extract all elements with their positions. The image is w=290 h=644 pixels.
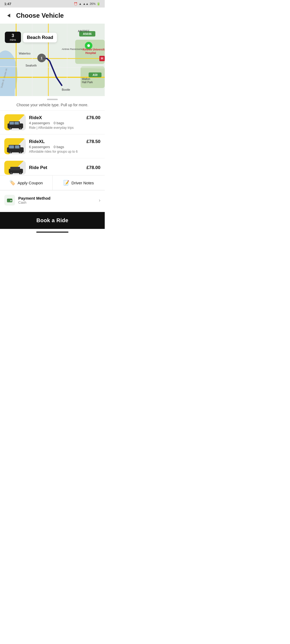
svg-rect-42 [9, 145, 14, 148]
ridexl-price: £78.50 [86, 139, 100, 144]
ridexl-details: RideXL £78.50 6 passengers 0 bags Afford… [29, 139, 100, 153]
coupon-icon: 🏷️ [9, 180, 15, 186]
bottom-indicator [0, 229, 105, 234]
ridex-desc: Ride | Affordable everyday trips [29, 126, 100, 130]
svg-rect-56 [7, 199, 12, 200]
ridex-price: £76.00 [86, 115, 100, 120]
vehicle-list: RideX £76.00 4 passengers 0 bags Ride | … [0, 110, 105, 175]
ridex-bags: 0 bags [54, 121, 64, 125]
status-time: 1:47 [4, 2, 11, 6]
ridepet-name: Ride Pet [29, 165, 47, 170]
svg-rect-43 [15, 145, 19, 148]
ridexl-meta: 6 passengers 0 bags [29, 145, 100, 149]
payment-section[interactable]: Payment Method Cash › [0, 190, 105, 210]
ridex-meta: 4 passengers 0 bags [29, 121, 100, 125]
wallet-icon [6, 197, 13, 203]
svg-text:A59: A59 [93, 74, 98, 76]
eta-number: 3 [8, 33, 18, 38]
page-title: Choose Vehicle [16, 12, 64, 19]
eta-badge: 3 mins [5, 32, 21, 43]
location-label: Beach Road [23, 33, 57, 42]
coupon-label: Apply Coupon [17, 181, 43, 185]
vehicle-subtitle: Choose your vehicle type. Pull up for mo… [0, 101, 105, 110]
chevron-right-icon: › [99, 197, 100, 203]
back-button[interactable] [4, 11, 13, 20]
map-view: A5036 A59 1 H Waterloo Seaforth Bootle A… [0, 24, 105, 96]
ridexl-passengers: 6 passengers [29, 145, 50, 149]
svg-point-37 [9, 127, 11, 129]
drag-handle-area[interactable] [0, 96, 105, 101]
alarm-icon: ⏰ [74, 2, 78, 6]
book-ride-button[interactable]: Book a Ride [0, 212, 105, 229]
home-indicator [36, 232, 68, 233]
svg-text:Seaforth: Seaforth [26, 64, 37, 67]
svg-text:Walton: Walton [82, 78, 90, 80]
svg-text:Waterloo: Waterloo [19, 52, 31, 55]
svg-text:1: 1 [41, 56, 42, 60]
notes-label: Driver Notes [71, 181, 94, 185]
payment-icon [4, 195, 15, 206]
status-bar: 1:47 ⏰ ▲ ▲▲ 26% 🔋 [0, 0, 105, 8]
svg-point-17 [87, 44, 90, 47]
signal-icon: ▲▲ [83, 2, 89, 5]
svg-rect-34 [10, 122, 14, 125]
payment-method: Cash [18, 200, 96, 204]
ridex-name: RideX [29, 115, 42, 120]
vehicle-item-ridexl[interactable]: RideXL £78.50 6 passengers 0 bags Afford… [0, 134, 105, 158]
vehicle-item-ridex[interactable]: RideX £76.00 4 passengers 0 bags Ride | … [0, 110, 105, 134]
svg-text:H: H [101, 56, 103, 60]
ridepet-details: Ride Pet £78.00 [29, 165, 100, 170]
action-row: 🏷️ Apply Coupon 📝 Driver Notes [0, 175, 105, 190]
svg-text:Aintree Racecourse: Aintree Racecourse [62, 48, 83, 50]
wifi-icon: ▲ [79, 2, 82, 5]
svg-rect-49 [10, 167, 20, 170]
payment-info: Payment Method Cash [18, 196, 96, 204]
svg-point-39 [20, 127, 21, 129]
svg-text:Hall Park: Hall Park [82, 81, 93, 84]
ridexl-bags: 0 bags [54, 145, 64, 149]
payment-title: Payment Method [18, 196, 96, 200]
status-icons: ⏰ ▲ ▲▲ 26% 🔋 [74, 2, 100, 6]
svg-rect-35 [15, 122, 19, 125]
svg-text:AINTREE: AINTREE [78, 30, 90, 33]
header: Choose Vehicle [0, 8, 105, 24]
svg-point-53 [20, 172, 21, 174]
ridex-passengers: 4 passengers [29, 121, 50, 125]
svg-text:Bootle: Bootle [62, 88, 70, 91]
ridexl-icon [4, 138, 26, 154]
eta-mins: mins [8, 38, 18, 41]
ridexl-name: RideXL [29, 139, 45, 144]
drag-handle [47, 99, 58, 100]
vehicle-item-ridepet[interactable]: Ride Pet £78.00 [0, 158, 105, 175]
ridepet-icon [4, 161, 26, 175]
svg-point-51 [10, 172, 12, 174]
driver-notes-button[interactable]: 📝 Driver Notes [53, 175, 105, 190]
svg-text:Hospital: Hospital [85, 52, 96, 54]
battery-text: 26% [90, 2, 96, 5]
notes-icon: 📝 [63, 180, 69, 186]
svg-point-47 [20, 152, 21, 153]
battery-icon: 🔋 [97, 2, 100, 6]
ridex-details: RideX £76.00 4 passengers 0 bags Ride | … [29, 115, 100, 130]
back-arrow-icon [7, 14, 10, 17]
ridepet-price: £78.00 [86, 165, 100, 170]
svg-point-45 [9, 152, 11, 153]
ridex-icon [4, 114, 26, 130]
apply-coupon-button[interactable]: 🏷️ Apply Coupon [0, 175, 53, 190]
svg-text:Aintree University: Aintree University [83, 48, 105, 51]
ridexl-desc: Affordable rides for groups up to 6 [29, 150, 100, 153]
